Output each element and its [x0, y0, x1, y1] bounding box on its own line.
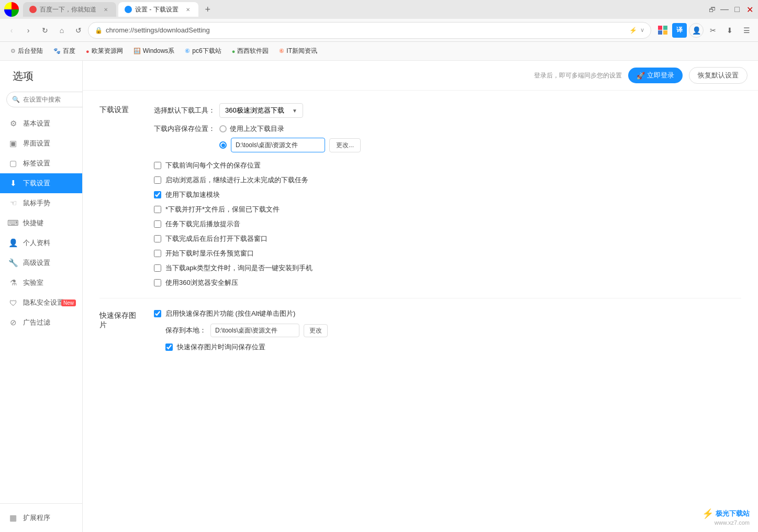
checkbox-play-sound[interactable]: 任务下载完后播放提示音: [154, 219, 741, 229]
save-options: 使用上次下载目录 更改...: [219, 124, 361, 152]
star-icon[interactable]: ⚡: [629, 27, 637, 34]
bookmark-windows[interactable]: 🪟 Windows系: [129, 45, 179, 58]
user-account-button[interactable]: 👤: [689, 23, 704, 38]
bookmark-pc6[interactable]: ⑥ pc6下载站: [181, 45, 225, 58]
refresh-button[interactable]: ↻: [38, 23, 52, 38]
checkbox-open-manager-input[interactable]: [154, 235, 161, 242]
checkbox-open-manager[interactable]: 下载完成后在后台打开下载器窗口: [154, 234, 741, 243]
sidebar-item-label-lab: 实验室: [23, 278, 43, 287]
bookmark-icon-xixi: ●: [232, 48, 236, 54]
sidebar-item-label-tabs: 标签设置: [23, 159, 50, 168]
basic-settings-icon: ⚙: [8, 119, 18, 128]
quick-save-section-label: 快速保存图片: [99, 309, 141, 352]
checkbox-continue-download[interactable]: 启动浏览器后，继续进行上次未完成的下载任务: [154, 175, 741, 185]
tab-close-settings[interactable]: ✕: [184, 5, 192, 14]
watermark-url: www.xz7.com: [715, 519, 750, 526]
tab-close-baidu[interactable]: ✕: [102, 5, 110, 14]
radio-checked-icon: [219, 141, 227, 149]
sidebar-item-advanced[interactable]: 🔧 高级设置: [0, 253, 82, 273]
save-path-input[interactable]: [231, 138, 325, 152]
tab-baidu[interactable]: 百度一下，你就知道 ✕: [23, 2, 116, 17]
address-bar[interactable]: 🔒 chrome://settings/downloadSetting ⚡ ∨: [88, 22, 651, 39]
save-location-row: 下载内容保存位置： 使用上次下载目录 更改...: [154, 124, 741, 152]
bookmark-label-windows: Windows系: [143, 47, 175, 56]
checkbox-continue-download-input[interactable]: [154, 176, 161, 184]
bookmark-icon-backend: ⚙: [10, 48, 16, 54]
bookmark-ouli[interactable]: ● 欧莱资源网: [82, 45, 127, 58]
sidebar-item-label-profile: 个人资料: [23, 238, 50, 248]
checkbox-install-phone-input[interactable]: [154, 264, 161, 272]
sidebar-item-mouse[interactable]: ☜ 鼠标手势: [0, 193, 82, 213]
checkbox-keep-after-open-input[interactable]: [154, 206, 161, 213]
home-button[interactable]: ⌂: [54, 23, 69, 38]
checkbox-quick-save-input[interactable]: [154, 310, 161, 317]
restore-defaults-button[interactable]: 恢复默认设置: [689, 67, 748, 84]
checkbox-ask-save-location[interactable]: 快速保存图片时询问保存位置: [165, 342, 741, 352]
content-topbar: 登录后，即可多端同步您的设置 🚀 立即登录 恢复默认设置: [83, 61, 758, 91]
checkbox-play-sound-label: 任务下载完后播放提示音: [165, 219, 240, 229]
browser-icon: [4, 2, 19, 17]
checkbox-use-accelerate[interactable]: 使用下载加速模块: [154, 190, 741, 199]
lab-settings-icon: ⚗: [8, 278, 18, 287]
section-divider: [99, 298, 741, 298]
browser-chrome: 百度一下，你就知道 ✕ 设置 - 下载设置 ✕ + 🗗 — □ ✕ ‹ › ↻ …: [0, 0, 758, 61]
tab-label-settings: 设置 - 下载设置: [135, 5, 179, 14]
checkbox-play-sound-input[interactable]: [154, 220, 161, 228]
quick-save-path-input[interactable]: [210, 324, 299, 337]
save-change-button[interactable]: 更改...: [329, 138, 361, 152]
sidebar-item-label-basic: 基本设置: [23, 119, 50, 128]
sidebar-item-shortcuts[interactable]: ⌨ 快捷键: [0, 213, 82, 233]
checkbox-quick-save[interactable]: 启用快速保存图片功能 (按住Alt键单击图片): [154, 309, 741, 318]
bookmark-baidu[interactable]: 🐾 百度: [49, 45, 80, 58]
microsoft-button[interactable]: [655, 23, 670, 38]
forward-button[interactable]: ›: [21, 23, 36, 38]
bookmark-it[interactable]: ⑥ IT新闻资讯: [275, 45, 321, 58]
checkbox-install-phone[interactable]: 当下载apk类型文件时，询问是否一键安装到手机: [154, 263, 741, 273]
tab-settings[interactable]: 设置 - 下载设置 ✕: [118, 2, 198, 17]
checkbox-safe-extract-label: 使用360浏览器安全解压: [165, 278, 238, 287]
sidebar-item-tabs[interactable]: ▢ 标签设置: [0, 153, 82, 173]
checkbox-safe-extract[interactable]: 使用360浏览器安全解压: [154, 278, 741, 287]
sidebar-item-download[interactable]: ⬇ 下载设置: [0, 173, 82, 193]
use-last-dir-option[interactable]: 使用上次下载目录: [219, 124, 361, 134]
checkbox-use-accelerate-input[interactable]: [154, 191, 161, 198]
cut-button[interactable]: ✂: [706, 23, 720, 38]
bookmark-xixi[interactable]: ● 西西软件园: [228, 45, 273, 58]
checkbox-keep-after-open[interactable]: *下载并打开*文件后，保留已下载文件: [154, 205, 741, 214]
translate-button[interactable]: 译: [672, 23, 687, 38]
prev-page-button[interactable]: ↺: [71, 23, 86, 38]
new-tab-button[interactable]: +: [200, 2, 215, 17]
checkbox-show-preview[interactable]: 开始下载时显示任务预览窗口: [154, 249, 741, 258]
shortcuts-settings-icon: ⌨: [8, 218, 18, 228]
save-to-label: 保存到本地：: [165, 326, 206, 335]
sidebar-item-profile[interactable]: 👤 个人资料: [0, 233, 82, 253]
quick-save-body: 启用快速保存图片功能 (按住Alt键单击图片) 保存到本地： 更改 快速保存图片…: [154, 309, 741, 352]
download-button[interactable]: ⬇: [722, 23, 737, 38]
menu-button[interactable]: ☰: [739, 23, 754, 38]
checkbox-show-preview-input[interactable]: [154, 250, 161, 257]
checkbox-ask-location[interactable]: 下载前询问每个文件的保存位置: [154, 161, 741, 170]
expand-icon[interactable]: ∨: [640, 27, 644, 34]
sidebar-item-lab[interactable]: ⚗ 实验室: [0, 273, 82, 293]
checkbox-safe-extract-input[interactable]: [154, 279, 161, 286]
minimize-window-icon[interactable]: —: [720, 5, 729, 14]
sidebar-item-basic[interactable]: ⚙ 基本设置: [0, 114, 82, 134]
close-window-icon[interactable]: ✕: [745, 5, 754, 14]
back-button[interactable]: ‹: [4, 23, 19, 38]
sidebar-item-adfilter[interactable]: ⊘ 广告过滤: [0, 313, 82, 332]
sidebar-item-privacy[interactable]: 🛡 隐私安全设置 New: [0, 293, 82, 313]
quick-save-change-button[interactable]: 更改: [304, 324, 328, 337]
checkbox-ask-location-input[interactable]: [154, 162, 161, 169]
bookmark-backend[interactable]: ⚙ 后台登陆: [6, 45, 47, 58]
restore-window-icon[interactable]: 🗗: [708, 5, 716, 14]
sidebar-item-extensions[interactable]: ▦ 扩展程序: [0, 508, 82, 528]
login-button[interactable]: 🚀 立即登录: [628, 68, 683, 83]
maximize-window-icon[interactable]: □: [733, 5, 741, 14]
select-arrow-icon: ▼: [292, 108, 297, 114]
address-text: chrome://settings/downloadSetting: [106, 26, 626, 34]
sidebar-item-label-extensions: 扩展程序: [23, 513, 50, 523]
checkbox-ask-save-location-input[interactable]: [165, 343, 173, 351]
sidebar-bottom: ▦ 扩展程序: [0, 503, 82, 532]
sidebar-item-interface[interactable]: ▣ 界面设置: [0, 134, 82, 153]
download-tool-select[interactable]: 360极速浏览器下载 ▼: [219, 103, 303, 118]
